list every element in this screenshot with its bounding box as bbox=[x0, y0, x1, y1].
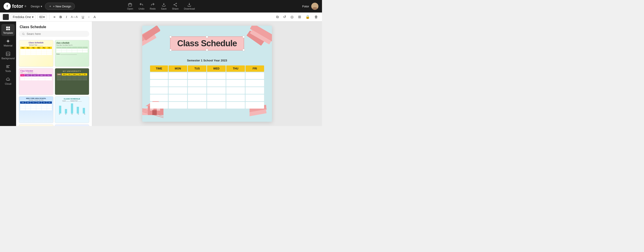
cell-r3c0[interactable] bbox=[150, 87, 168, 94]
open-tool[interactable]: Open bbox=[127, 2, 133, 10]
lock-button[interactable]: 🔒 bbox=[304, 14, 311, 20]
template-card-1[interactable]: Class Schedule School Year ______ Time M… bbox=[19, 40, 54, 67]
save-tool[interactable]: Save bbox=[161, 2, 166, 10]
template-card-3[interactable]: Class Schedule Year _____ Semester _____… bbox=[19, 68, 54, 95]
logo-sup: ® bbox=[24, 5, 26, 7]
handle-bm[interactable] bbox=[206, 49, 208, 51]
template-card-2[interactable]: class schedule Time Mon Tue Wed Thu Fri … bbox=[55, 40, 90, 67]
formatting-toolbar: Fredoka One ▾ 60 ▾ ≡ B I A↔A U ↕ A ⧉ ↺ ◎… bbox=[0, 12, 322, 21]
font-case-button[interactable]: A bbox=[92, 14, 97, 19]
cell-r1c3[interactable] bbox=[207, 72, 226, 79]
template-card-5[interactable]: NEW YORK HIGH SCHOOL Semester 1 School Y… bbox=[19, 96, 54, 123]
handle-tl[interactable] bbox=[170, 36, 172, 38]
rotate-button[interactable]: ↺ bbox=[282, 14, 287, 20]
layers-button[interactable]: ⊞ bbox=[297, 14, 302, 20]
template-card-6[interactable]: CLASS SCHEDULE YEAR _____ SEMESTER _____… bbox=[55, 96, 90, 123]
cell-r4c2[interactable] bbox=[188, 94, 206, 101]
font-size-selector[interactable]: 60 ▾ bbox=[37, 14, 47, 19]
template-panel: Class Schedule Class Schedule School Yea… bbox=[16, 21, 92, 126]
template-label: Template bbox=[3, 31, 13, 34]
line-height-button[interactable]: ↕ bbox=[87, 15, 90, 19]
plus-icon: ＋ bbox=[49, 4, 52, 8]
cell-r1c4[interactable] bbox=[226, 72, 245, 79]
cell-r2c4[interactable] bbox=[226, 80, 245, 86]
duplicate-button[interactable]: ⧉ bbox=[275, 14, 280, 20]
title-element[interactable]: Class Schedule bbox=[170, 36, 244, 50]
user-avatar[interactable] bbox=[311, 3, 318, 10]
canvas-subtitle: Semester 1 School Year 2023 bbox=[142, 59, 272, 62]
design-menu-label: Design bbox=[31, 5, 40, 8]
handle-bl[interactable] bbox=[170, 49, 172, 51]
sidebar-item-background[interactable]: Background bbox=[1, 50, 15, 61]
cell-r5c3[interactable] bbox=[207, 102, 226, 109]
sidebar-item-texts[interactable]: Texts bbox=[1, 62, 15, 74]
crop-button[interactable]: ◎ bbox=[289, 14, 295, 20]
search-icon bbox=[22, 32, 25, 35]
new-design-button[interactable]: ＋ + New Design bbox=[45, 3, 75, 10]
cell-r5c1[interactable] bbox=[168, 102, 187, 109]
cell-r5c4[interactable] bbox=[226, 102, 245, 109]
share-icon bbox=[173, 2, 178, 7]
cell-r3c4[interactable] bbox=[226, 87, 245, 94]
sidebar-item-cloud[interactable]: Cloud bbox=[1, 75, 15, 87]
design-canvas[interactable]: Class Schedule Semester 1 School Year 20… bbox=[142, 26, 272, 122]
cell-r5c0[interactable] bbox=[150, 102, 168, 109]
underline-button[interactable]: U bbox=[80, 14, 85, 19]
col-wed: WED bbox=[207, 65, 226, 72]
cell-r1c0[interactable] bbox=[150, 72, 168, 79]
table-row bbox=[150, 72, 264, 79]
sidebar-item-material[interactable]: Material bbox=[1, 37, 15, 49]
svg-rect-10 bbox=[6, 28, 8, 30]
cell-r2c3[interactable] bbox=[207, 80, 226, 86]
cell-r4c3[interactable] bbox=[207, 94, 226, 101]
align-button[interactable]: ≡ bbox=[52, 14, 56, 19]
table-row bbox=[150, 87, 264, 94]
cell-r5c2[interactable] bbox=[188, 102, 206, 109]
delete-button[interactable]: 🗑 bbox=[313, 14, 319, 20]
handle-br[interactable] bbox=[242, 49, 245, 51]
letter-spacing-button[interactable]: A↔A bbox=[70, 15, 79, 19]
top-navigation: f fotor® Design ▾ ＋ + New Design Open Un… bbox=[0, 0, 322, 12]
cell-r2c5[interactable] bbox=[246, 80, 264, 86]
italic-button[interactable]: I bbox=[65, 14, 68, 19]
cell-r1c1[interactable] bbox=[168, 72, 187, 79]
cell-r4c4[interactable] bbox=[226, 94, 245, 101]
handle-tr[interactable] bbox=[242, 36, 245, 38]
download-tool[interactable]: Download bbox=[184, 2, 195, 10]
template-search[interactable] bbox=[19, 31, 89, 37]
cell-r4c5[interactable] bbox=[246, 94, 264, 101]
share-tool[interactable]: Share bbox=[172, 2, 178, 10]
tmpl1-title: Class Schedule bbox=[20, 41, 52, 44]
cell-r2c1[interactable] bbox=[168, 80, 187, 86]
bold-button[interactable]: B bbox=[58, 14, 63, 19]
cell-r3c5[interactable] bbox=[246, 87, 264, 94]
cell-r4c0[interactable] bbox=[150, 94, 168, 101]
sidebar-item-template[interactable]: Template bbox=[1, 24, 15, 36]
cell-r4c1[interactable] bbox=[168, 94, 187, 101]
cell-r2c0[interactable] bbox=[150, 80, 168, 86]
logo-icon: f bbox=[4, 3, 11, 10]
cell-r3c2[interactable] bbox=[188, 87, 206, 94]
svg-line-4 bbox=[174, 3, 176, 4]
cell-r1c5[interactable] bbox=[246, 72, 264, 79]
template-card-8[interactable]: PAINTING COURSES ● ● ● ● ● bbox=[55, 124, 90, 126]
undo-tool[interactable]: Undo bbox=[138, 2, 144, 10]
search-input[interactable] bbox=[26, 32, 86, 35]
handle-tm[interactable] bbox=[206, 36, 208, 38]
template-card-7[interactable]: Class Schedule Mon Tue Wed Thu Fri bbox=[19, 124, 54, 126]
font-family-label: Fredoka One bbox=[13, 15, 31, 19]
redo-tool[interactable]: Redo bbox=[150, 2, 156, 10]
text-color-swatch[interactable] bbox=[3, 14, 9, 20]
svg-rect-8 bbox=[6, 26, 8, 28]
cell-r3c3[interactable] bbox=[207, 87, 226, 94]
cell-r5c5[interactable] bbox=[246, 102, 264, 109]
cell-r3c1[interactable] bbox=[168, 87, 187, 94]
cloud-icon bbox=[6, 77, 10, 82]
cell-r1c2[interactable] bbox=[188, 72, 206, 79]
font-chevron-icon: ▾ bbox=[32, 15, 34, 19]
cell-r2c2[interactable] bbox=[188, 80, 206, 86]
download-icon bbox=[187, 2, 192, 7]
font-family-selector[interactable]: Fredoka One ▾ bbox=[11, 14, 36, 19]
design-menu-button[interactable]: Design ▾ bbox=[31, 5, 42, 8]
template-card-4[interactable]: NY UNIVERSITY SUBJ MON TUE WED THU FRI bbox=[55, 68, 90, 95]
